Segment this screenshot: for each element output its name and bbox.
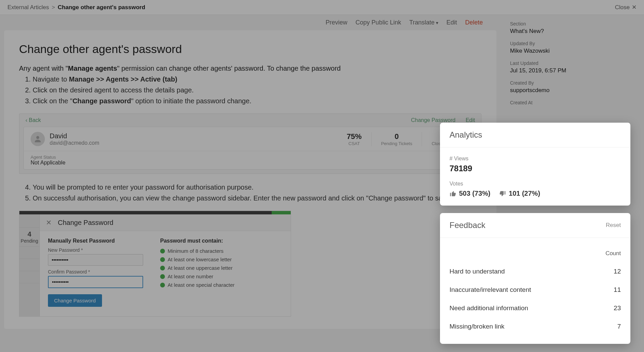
feedback-title: Feedback (450, 221, 485, 230)
feedback-row[interactable]: Inaccurate/irrelevant content 11 (450, 281, 621, 299)
embed2-topbar (19, 211, 291, 214)
feedback-table-header: Count (450, 246, 621, 262)
article-card: Change other agent's password Any agent … (4, 30, 496, 329)
count-header: Count (606, 250, 621, 257)
password-rules: Password must contain: Minimum of 8 char… (160, 238, 283, 307)
embed2-sidebar: 4 Pending (19, 214, 40, 316)
avatar (31, 132, 45, 146)
close-icon: ✕ (632, 4, 637, 11)
agent-details-embed: ‹ Back Change Password Edit David (19, 113, 481, 174)
last-updated-label: Last Updated (510, 60, 637, 66)
breadcrumb-current: Change other agent's password (58, 4, 145, 11)
feedback-panel: Feedback Reset Count Hard to understand … (440, 213, 630, 344)
views-value: 78189 (450, 164, 621, 173)
rule-item: At least one special character (160, 282, 283, 288)
preview-action[interactable]: Preview (326, 19, 348, 26)
agent-row: David david@acmedo.com 75% CSAT 0 (24, 127, 477, 151)
agent-email: david@acmedo.com (50, 140, 99, 146)
analytics-title: Analytics (450, 130, 482, 140)
close-label: Close (615, 4, 630, 11)
rule-item: Minimum of 8 characters (160, 248, 283, 254)
rules-heading: Password must contain: (160, 238, 283, 244)
step-2: Click on the desired agent to access the… (33, 85, 481, 95)
section-label: Section (510, 21, 637, 27)
agent-name: David (50, 132, 99, 140)
close-icon[interactable]: ✕ (46, 218, 52, 227)
breadcrumb: External Articles > Change other agent's… (7, 4, 145, 11)
check-icon (160, 266, 165, 270)
check-icon (160, 249, 165, 253)
copy-link-action[interactable]: Copy Public Link (356, 19, 401, 26)
pending-mini: 4 Pending (19, 227, 39, 247)
article-body: Any agent with "Manage agents" permissio… (19, 63, 481, 317)
left-column: Preview Copy Public Link Translate Edit … (0, 15, 503, 352)
check-icon (160, 257, 165, 262)
created-by-meta: Created By supportscdemo (510, 80, 637, 94)
agent-status: Agent Status Not Applicable (31, 155, 65, 166)
svg-point-0 (36, 136, 39, 139)
confirm-password-input[interactable] (48, 276, 143, 288)
step-3: Click on the "Change password" option to… (33, 96, 481, 106)
created-at-meta: Created At (510, 100, 637, 105)
check-icon (160, 283, 165, 287)
change-password-embed: 4 Pending ✕ Change Password (19, 211, 291, 317)
confirm-password-label: Confirm Password * (48, 269, 143, 275)
thumbs-up-icon (450, 190, 456, 197)
form-heading: Manually Reset Password (48, 238, 143, 244)
rule-item: At least one lowercase letter (160, 257, 283, 262)
article-title: Change other agent's password (19, 42, 481, 56)
downvotes-value: 101 (27%) (509, 190, 540, 197)
new-password-input[interactable] (48, 254, 143, 266)
votes-label: Votes (450, 181, 621, 187)
translate-action[interactable]: Translate (409, 19, 438, 26)
updated-by-meta: Updated By Mike Wazowski (510, 41, 637, 54)
upvotes: 503 (73%) (450, 190, 490, 197)
csat-stat: 75% CSAT (337, 132, 371, 146)
rule-item: At least one uppercase letter (160, 265, 283, 271)
analytics-panel: Analytics # Views 78189 Votes 503 (73%) … (440, 123, 630, 206)
last-updated-value: Jul 15, 2019, 6:57 PM (510, 67, 637, 74)
updated-by-label: Updated By (510, 41, 637, 46)
feedback-row[interactable]: Missing/broken link 7 (450, 317, 621, 336)
step-4: You will be prompted to re enter your pa… (33, 182, 481, 192)
check-icon (160, 274, 165, 279)
pending-stat: 0 Pending Tickets (371, 132, 422, 146)
person-icon (33, 135, 42, 143)
agent-card: David david@acmedo.com 75% CSAT 0 (23, 127, 477, 170)
change-password-button[interactable]: Change Password (48, 294, 102, 307)
delete-action[interactable]: Delete (465, 19, 483, 26)
feedback-row[interactable]: Need additional information 23 (450, 299, 621, 317)
edit-action[interactable]: Edit (446, 19, 457, 26)
created-by-value: supportscdemo (510, 87, 637, 94)
thumbs-down-icon (499, 190, 506, 197)
feedback-table: Count Hard to understand 12 Inaccurate/i… (450, 246, 621, 336)
embed2-header: ✕ Change Password (40, 214, 291, 231)
agent-info: David david@acmedo.com (50, 132, 99, 146)
rule-item: At least one number (160, 274, 283, 279)
feedback-header: Feedback Reset (440, 213, 630, 238)
intro-text: Any agent with "Manage agents" permissio… (19, 63, 481, 73)
agent-status-row: Agent Status Not Applicable Deactivate (24, 151, 477, 169)
section-meta: Section What's New? (510, 21, 637, 35)
step-5: On successful authorisation, you can vie… (33, 193, 481, 203)
password-form: Manually Reset Password New Password * C… (48, 238, 143, 307)
top-bar: External Articles > Change other agent's… (0, 0, 644, 15)
section-value: What's New? (510, 28, 637, 35)
views-label: # Views (450, 156, 621, 162)
step-1: Navigate to Manage >> Agents >> Active (… (33, 74, 481, 84)
close-button[interactable]: Close ✕ (615, 4, 637, 11)
breadcrumb-root[interactable]: External Articles (7, 4, 49, 11)
updated-by-value: Mike Wazowski (510, 48, 637, 54)
reset-button[interactable]: Reset (606, 222, 621, 229)
article-action-bar: Preview Copy Public Link Translate Edit … (0, 15, 503, 30)
breadcrumb-separator: > (52, 4, 55, 11)
back-link[interactable]: ‹ Back (26, 117, 41, 123)
downvotes: 101 (27%) (499, 190, 540, 197)
floating-panels: Analytics # Views 78189 Votes 503 (73%) … (440, 123, 630, 344)
upvotes-value: 503 (73%) (459, 190, 490, 197)
last-updated-meta: Last Updated Jul 15, 2019, 6:57 PM (510, 60, 637, 74)
feedback-row[interactable]: Hard to understand 12 (450, 262, 621, 281)
created-at-label: Created At (510, 100, 637, 105)
embed2-title: Change Password (58, 219, 113, 227)
created-by-label: Created By (510, 80, 637, 86)
